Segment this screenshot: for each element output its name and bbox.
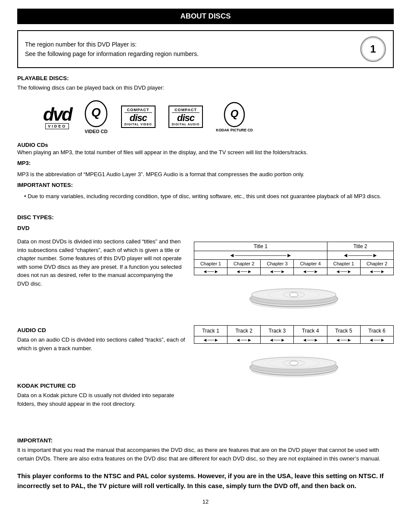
svg-point-8 [290,292,298,297]
title2-arrows: ◄──────► [327,251,393,260]
important-section: IMPORTANT: It is important that you read… [17,437,394,463]
region-text: The region number for this DVD Player is… [25,40,199,59]
important-bullet: Due to many variables, including recordi… [24,192,394,201]
svg-point-17 [290,361,298,365]
kodak-label: KODAK PICTURE CD [216,128,252,132]
dvd-diagram: Title 1 Title 2 ◄─────────────► ◄──────►… [194,242,394,310]
kodak-body: Data on a Kodak picture CD is usually no… [17,391,185,408]
cddv-disc-text: disc [125,113,152,123]
playable-discs-body: The following discs can be played back o… [17,84,394,92]
track5-label: Track 5 [327,326,360,336]
cddv-sub-text: DIGITAL VIDEO [125,123,152,126]
kodak-svg: Q [223,101,246,128]
important-heading: IMPORTANT: [17,437,394,444]
chapter1-cell: Chapter 1 [194,260,227,268]
track4-label: Track 4 [294,326,327,336]
audio-cd-diagram-col: Track 1 Track 2 Track 3 Track 4 Track 5 … [194,323,394,378]
region-badge: 1 [360,36,386,62]
page-title-bar: ABOUT DISCS [17,9,394,24]
dvd-video-label: VIDEO [45,123,69,129]
cdda-disc-text: disc [172,113,200,123]
svg-text:Q: Q [91,106,101,119]
chapter3-cell: Chapter 3 [261,260,294,268]
dvd-video-logo: dvd VIDEO [43,104,72,129]
audio-cds-heading: AUDIO CDs [17,142,48,148]
track1-label: Track 1 [194,326,227,336]
track2-label: Track 2 [227,326,261,336]
page-number: 12 [17,498,394,505]
playable-discs-section: PLAYABLE DISCS: The following discs can … [17,75,394,200]
audio-cd-two-col: AUDIO CD Data on an audio CD is divided … [17,323,394,378]
kodak-heading: KODAK PICTURE CD [17,383,394,389]
title-header-row: Title 1 Title 2 [194,242,394,251]
dvd-sub-heading: DVD [17,225,394,231]
important-body: It is important that you read the manual… [17,446,394,463]
dvd-body-text: Data on most DVDs is divided into sectio… [17,237,185,288]
ntsc-pal-text: This player conforms to the NTSC and PAL… [17,471,394,491]
dvd-description: Data on most DVDs is divided into sectio… [17,237,185,290]
dvd-text: dvd [43,104,72,125]
region-number: 1 [370,43,376,55]
region-line2: See the following page for information r… [25,49,199,59]
cdda-sub-text: DIGITAL AUDIO [172,123,200,126]
video-cd-label: VIDEO CD [85,129,108,134]
audio-cd-description: AUDIO CD Data on an audio CD is divided … [17,323,185,355]
audio-cd-body: Data on an audio CD is divided into sect… [17,336,185,352]
kodak-picture-cd-logo: Q KODAK PICTURE CD [216,101,252,132]
mp3-heading: MP3: [17,159,394,168]
video-cd-svg: Q [84,100,108,128]
dvd-disc-svg [246,271,341,310]
compact-disc-digital-video-logo: COMPACT disc DIGITAL VIDEO [121,106,156,128]
audio-cds-body: When playing an MP3, the total number of… [17,148,394,157]
important-notes-heading: IMPORTANT NOTES: [17,181,394,190]
region-box: The region number for this DVD Player is… [17,30,394,68]
title1-header: Title 1 [194,242,327,251]
audio-cd-heading: AUDIO CD [17,327,185,333]
title-arrow-row: ◄─────────────► ◄──────► [194,251,394,260]
disc-logos-row: dvd VIDEO Q VIDEO CD COMPACT disc DIGITA… [43,100,394,134]
dvd-two-col: Data on most DVDs is divided into sectio… [17,237,394,310]
title2-header: Title 2 [327,242,393,251]
dvd-disc-illustration [194,271,394,310]
track-label-row: Track 1 Track 2 Track 3 Track 4 Track 5 … [194,326,394,336]
video-cd-logo: Q VIDEO CD [84,100,108,134]
dvd-title-table: Title 1 Title 2 ◄─────────────► ◄──────►… [194,242,394,275]
kodak-section: KODAK PICTURE CD Data on a Kodak picture… [17,383,394,408]
region-line1: The region number for this DVD Player is… [25,40,199,49]
audio-cd-disc-illustration [194,339,394,378]
audio-cd-disc-svg [246,339,341,378]
chapter5-cell: Chapter 1 [327,260,360,268]
mp3-body: MP3 is the abbreviation of “MPEG1 Audio … [17,170,394,179]
svg-text:Q: Q [230,108,239,119]
disc-types-heading: DISC TYPES: [17,214,394,221]
disc-types-section: DISC TYPES: DVD Data on most DVDs is div… [17,214,394,408]
chapter2-cell: Chapter 2 [227,260,261,268]
chapter-row: Chapter 1 Chapter 2 Chapter 3 Chapter 4 … [194,260,394,268]
cddv-box: COMPACT disc DIGITAL VIDEO [121,106,156,128]
track6-label: Track 6 [360,326,393,336]
compact-disc-digital-audio-logo: COMPACT disc DIGITAL AUDIO [168,106,203,128]
track3-label: Track 3 [261,326,294,336]
audio-cds-block: AUDIO CDs When playing an MP3, the total… [17,142,394,201]
dvd-diagram-col: Title 1 Title 2 ◄─────────────► ◄──────►… [194,237,394,310]
playable-discs-heading: PLAYABLE DISCS: [17,75,394,81]
cdda-box: COMPACT disc DIGITAL AUDIO [168,106,203,128]
chapter6-cell: Chapter 2 [360,260,393,268]
title1-arrows: ◄─────────────► [194,251,327,260]
chapter4-cell: Chapter 4 [294,260,327,268]
